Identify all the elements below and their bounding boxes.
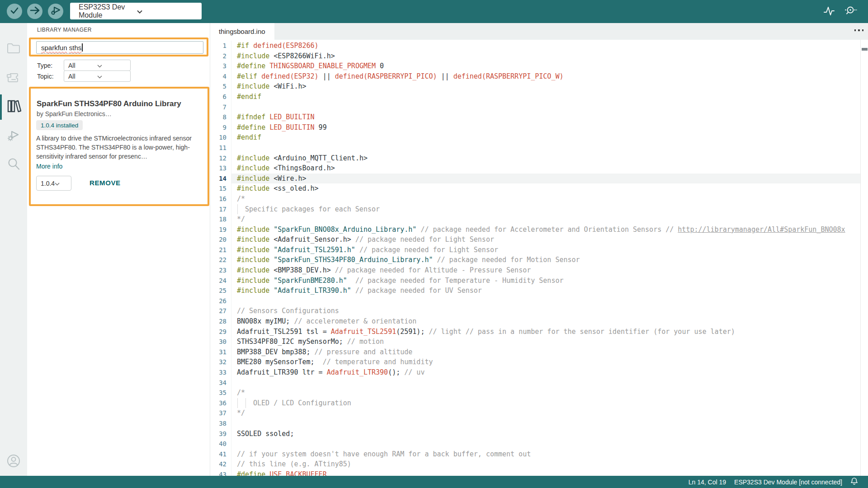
tab-thingsboard-ino[interactable]: thingsboard.ino (210, 23, 274, 40)
line-number: 18 (210, 214, 228, 225)
line-number: 22 (210, 255, 228, 265)
code-line[interactable]: 3#define THINGSBOARD_ENABLE_PROGMEM 0 (210, 61, 860, 71)
line-number: 15 (210, 183, 228, 194)
code-line[interactable]: 34 (210, 378, 860, 388)
code-line[interactable]: 38 (210, 418, 860, 429)
code-line[interactable]: 26 (210, 296, 860, 306)
notifications-bell-icon[interactable] (850, 477, 858, 487)
line-number: 33 (210, 367, 228, 378)
activity-bar (0, 23, 27, 476)
code-line[interactable]: 5#include <WiFi.h> (210, 81, 860, 92)
line-number: 10 (210, 132, 228, 143)
code-line[interactable]: 39SSOLED ssoled; (210, 429, 860, 439)
scrollbar-thumb[interactable] (862, 48, 868, 51)
code-line[interactable]: 6#endif (210, 92, 860, 102)
sidebar-item-sketchbook[interactable] (0, 36, 27, 63)
line-number: 2 (210, 51, 228, 61)
code-line[interactable]: 33Adafruit_LTR390 ltr = Adafruit_LTR390(… (210, 367, 860, 378)
code-line[interactable]: 17Specific packages for each Sensor (210, 204, 860, 215)
verify-button[interactable] (7, 4, 22, 19)
library-books-icon (6, 99, 21, 116)
code-line[interactable]: 40 (210, 439, 860, 449)
board-selector-value: ESP32S3 Dev Module (79, 3, 137, 19)
code-line[interactable]: 27// Sensors Configurations (210, 306, 860, 316)
start-debugging-button[interactable] (48, 4, 63, 19)
tab-label: thingsboard.ino (219, 28, 265, 35)
code-line[interactable]: 41// if your system doesn't have enough … (210, 449, 860, 460)
code-line[interactable]: 15#include <ss_oled.h> (210, 183, 860, 194)
code-line[interactable]: 25#include "Adafruit_LTR390.h" // packag… (210, 286, 860, 296)
line-number: 4 (210, 71, 228, 82)
upload-button[interactable] (27, 4, 42, 19)
code-line[interactable]: 1#if defined(ESP8266) (210, 41, 860, 51)
code-line[interactable]: 11 (210, 143, 860, 153)
sidebar-item-boards-manager[interactable] (0, 65, 27, 92)
code-line[interactable]: 28BNO08x myIMU; // accelerometer & orien… (210, 316, 860, 327)
line-number: 3 (210, 61, 228, 71)
sidebar-item-library-manager[interactable] (0, 94, 27, 121)
editor-scrollbar[interactable] (860, 40, 868, 476)
line-number: 17 (210, 204, 228, 215)
type-filter-value: All (68, 62, 97, 69)
type-filter-select[interactable]: All (64, 60, 131, 71)
code-line[interactable]: 37*/ (210, 408, 860, 418)
code-line[interactable]: 20#include <Adafruit_Sensor.h> // packag… (210, 235, 860, 245)
board-icon (6, 71, 21, 85)
sidebar-item-account[interactable] (0, 448, 27, 475)
cursor-position[interactable]: Ln 14, Col 19 (689, 479, 726, 486)
line-number: 23 (210, 265, 228, 276)
code-line[interactable]: 7 (210, 102, 860, 113)
line-number: 13 (210, 163, 228, 174)
line-number: 27 (210, 306, 228, 316)
line-number: 1 (210, 41, 228, 51)
line-number: 16 (210, 194, 228, 204)
annotation-box-search (29, 38, 208, 56)
code-line[interactable]: 21#include "Adafruit_TSL2591.h" // packa… (210, 245, 860, 255)
code-line[interactable]: 32BME280 mySensorTem; // temperature and… (210, 357, 860, 367)
code-line[interactable]: 43#define USE_BACKBUFFER (210, 469, 860, 476)
line-number: 39 (210, 429, 228, 439)
line-number: 20 (210, 235, 228, 245)
code-line[interactable]: 31BMP388_DEV bmp388; // pressure and alt… (210, 347, 860, 357)
code-line[interactable]: 42// this line (e.g. ATtiny85) (210, 459, 860, 469)
code-line[interactable]: 16/* (210, 194, 860, 204)
code-line[interactable]: 22#include "SparkFun_STHS34PF80_Arduino_… (210, 255, 860, 265)
sidebar-item-debug[interactable] (0, 122, 27, 150)
more-actions-icon[interactable] (854, 29, 864, 31)
topic-filter-select[interactable]: All (64, 70, 131, 82)
code-line[interactable]: 36OLED / LCD Configuration (210, 398, 860, 408)
serial-monitor-button[interactable] (844, 5, 857, 19)
code-line[interactable]: 12#include <Arduino_MQTT_Client.h> (210, 153, 860, 164)
code-line[interactable]: 24#include "SparkFunBME280.h" // package… (210, 276, 860, 286)
code-line[interactable]: 35/* (210, 388, 860, 398)
code-line[interactable]: 29Adafruit_TSL2591 tsl = Adafruit_TSL259… (210, 327, 860, 337)
line-number: 28 (210, 316, 228, 327)
code-editor[interactable]: 1#if defined(ESP8266)2#include <ESP8266W… (210, 40, 860, 476)
debug-icon (6, 128, 21, 144)
line-number: 37 (210, 408, 228, 418)
code-line[interactable]: 2#include <ESP8266WiFi.h> (210, 51, 860, 61)
line-number: 21 (210, 245, 228, 255)
board-connection-status[interactable]: ESP32S3 Dev Module [not connected] (734, 479, 842, 486)
code-line[interactable]: 4#elif defined(ESP32) || defined(RASPBER… (210, 71, 860, 82)
code-line[interactable]: 9#define LED_BUILTIN 99 (210, 122, 860, 133)
panel-title: LIBRARY MANAGER (37, 27, 92, 33)
code-lines: 1#if defined(ESP8266)2#include <ESP8266W… (210, 41, 860, 476)
code-line[interactable]: 30STHS34PF80_I2C mySensorMo; // motion (210, 337, 860, 347)
code-line[interactable]: 10#endif (210, 132, 860, 143)
board-selector-dropdown[interactable]: ESP32S3 Dev Module (70, 3, 202, 19)
sidebar-item-search[interactable] (0, 151, 27, 178)
line-number: 11 (210, 143, 228, 153)
editor-tab-bar: thingsboard.ino (210, 23, 868, 40)
code-line[interactable]: 13#include <ThingsBoard.h> (210, 163, 860, 174)
code-line[interactable]: 8#ifndef LED_BUILTIN (210, 112, 860, 122)
code-line[interactable]: 19#include "SparkFun_BNO08x_Arduino_Libr… (210, 225, 860, 235)
code-line[interactable]: 14#include <Wire.h> (210, 174, 860, 184)
line-number: 42 (210, 459, 228, 469)
right-arrow-icon (29, 5, 40, 17)
line-number: 19 (210, 225, 228, 235)
code-line[interactable]: 23#include <BMP388_DEV.h> // package nee… (210, 265, 860, 276)
chevron-down-icon (97, 62, 126, 69)
code-line[interactable]: 18*/ (210, 214, 860, 225)
serial-plotter-button[interactable] (823, 5, 835, 19)
